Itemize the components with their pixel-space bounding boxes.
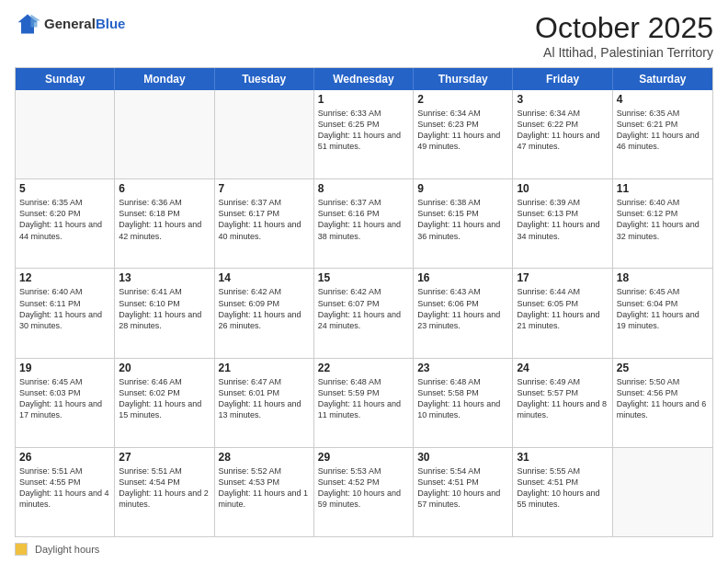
calendar-row-1: 1Sunrise: 6:33 AM Sunset: 6:25 PM Daylig…	[16, 90, 712, 178]
page: GeneralBlue October 2025 Al Ittihad, Pal…	[0, 0, 728, 563]
footer: Daylight hours	[15, 543, 713, 556]
day-info: Sunrise: 5:51 AM Sunset: 4:55 PM Dayligh…	[19, 465, 110, 511]
logo-text: GeneralBlue	[44, 17, 125, 32]
month-title: October 2025	[535, 11, 713, 45]
calendar-day-13: 13Sunrise: 6:41 AM Sunset: 6:10 PM Dayli…	[115, 269, 214, 357]
calendar-day-17: 17Sunrise: 6:44 AM Sunset: 6:05 PM Dayli…	[513, 269, 612, 357]
day-info: Sunrise: 6:42 AM Sunset: 6:09 PM Dayligh…	[219, 286, 310, 331]
day-header-thursday: Thursday	[414, 68, 513, 90]
calendar-day-18: 18Sunrise: 6:45 AM Sunset: 6:04 PM Dayli…	[613, 269, 712, 357]
calendar-day-26: 26Sunrise: 5:51 AM Sunset: 4:55 PM Dayli…	[16, 448, 115, 536]
calendar-day-28: 28Sunrise: 5:52 AM Sunset: 4:53 PM Dayli…	[215, 448, 314, 536]
location-title: Al Ittihad, Palestinian Territory	[535, 45, 713, 60]
day-info: Sunrise: 6:34 AM Sunset: 6:23 PM Dayligh…	[417, 108, 508, 153]
calendar-day-27: 27Sunrise: 5:51 AM Sunset: 4:54 PM Dayli…	[115, 448, 214, 536]
day-info: Sunrise: 6:47 AM Sunset: 6:01 PM Dayligh…	[219, 376, 310, 421]
day-number: 15	[318, 271, 409, 284]
day-info: Sunrise: 5:50 AM Sunset: 4:56 PM Dayligh…	[617, 376, 709, 421]
day-info: Sunrise: 6:45 AM Sunset: 6:04 PM Dayligh…	[617, 286, 709, 331]
calendar-day-21: 21Sunrise: 6:47 AM Sunset: 6:01 PM Dayli…	[215, 359, 314, 447]
svg-marker-1	[31, 15, 41, 28]
calendar-day-25: 25Sunrise: 5:50 AM Sunset: 4:56 PM Dayli…	[613, 359, 712, 447]
day-number: 9	[417, 182, 508, 195]
day-number: 29	[318, 451, 409, 464]
calendar-day-23: 23Sunrise: 6:48 AM Sunset: 5:58 PM Dayli…	[414, 359, 513, 447]
day-number: 16	[417, 271, 508, 284]
calendar-body: 1Sunrise: 6:33 AM Sunset: 6:25 PM Daylig…	[16, 90, 712, 536]
calendar-day-14: 14Sunrise: 6:42 AM Sunset: 6:09 PM Dayli…	[215, 269, 314, 357]
day-number: 31	[517, 451, 608, 464]
day-info: Sunrise: 6:35 AM Sunset: 6:20 PM Dayligh…	[19, 197, 110, 242]
day-number: 25	[617, 362, 709, 374]
calendar-day-7: 7Sunrise: 6:37 AM Sunset: 6:17 PM Daylig…	[215, 179, 314, 268]
day-number: 12	[19, 271, 110, 284]
logo-general: General	[44, 16, 96, 31]
day-info: Sunrise: 6:44 AM Sunset: 6:05 PM Dayligh…	[517, 286, 608, 331]
calendar-day-9: 9Sunrise: 6:38 AM Sunset: 6:15 PM Daylig…	[414, 179, 513, 268]
day-info: Sunrise: 5:55 AM Sunset: 4:51 PM Dayligh…	[517, 465, 608, 511]
calendar: SundayMondayTuesdayWednesdayThursdayFrid…	[15, 67, 713, 537]
day-info: Sunrise: 6:39 AM Sunset: 6:13 PM Dayligh…	[517, 197, 608, 242]
day-info: Sunrise: 6:48 AM Sunset: 5:59 PM Dayligh…	[318, 376, 409, 421]
day-number: 26	[19, 451, 110, 464]
calendar-header: SundayMondayTuesdayWednesdayThursdayFrid…	[16, 68, 712, 90]
day-number: 27	[119, 451, 210, 464]
day-number: 14	[219, 271, 310, 284]
day-info: Sunrise: 5:51 AM Sunset: 4:54 PM Dayligh…	[119, 465, 210, 511]
day-info: Sunrise: 6:38 AM Sunset: 6:15 PM Dayligh…	[417, 197, 508, 242]
day-number: 5	[19, 182, 110, 195]
calendar-day-29: 29Sunrise: 5:53 AM Sunset: 4:52 PM Dayli…	[314, 448, 414, 536]
day-info: Sunrise: 6:33 AM Sunset: 6:25 PM Dayligh…	[318, 108, 409, 153]
day-info: Sunrise: 6:35 AM Sunset: 6:21 PM Dayligh…	[617, 108, 709, 153]
day-number: 1	[318, 93, 409, 106]
day-header-tuesday: Tuesday	[215, 68, 314, 90]
day-number: 21	[219, 362, 310, 374]
day-number: 2	[417, 93, 508, 106]
day-number: 18	[617, 271, 709, 284]
calendar-empty-cell	[16, 90, 115, 178]
calendar-day-16: 16Sunrise: 6:43 AM Sunset: 6:06 PM Dayli…	[414, 269, 513, 357]
logo-icon	[15, 11, 40, 37]
day-number: 30	[417, 451, 508, 464]
calendar-day-2: 2Sunrise: 6:34 AM Sunset: 6:23 PM Daylig…	[414, 90, 513, 178]
calendar-day-1: 1Sunrise: 6:33 AM Sunset: 6:25 PM Daylig…	[314, 90, 414, 178]
calendar-day-6: 6Sunrise: 6:36 AM Sunset: 6:18 PM Daylig…	[115, 179, 214, 268]
calendar-day-15: 15Sunrise: 6:42 AM Sunset: 6:07 PM Dayli…	[314, 269, 414, 357]
day-header-sunday: Sunday	[16, 68, 115, 90]
calendar-empty-cell	[115, 90, 214, 178]
calendar-day-12: 12Sunrise: 6:40 AM Sunset: 6:11 PM Dayli…	[16, 269, 115, 357]
day-info: Sunrise: 6:34 AM Sunset: 6:22 PM Dayligh…	[517, 108, 608, 153]
calendar-day-31: 31Sunrise: 5:55 AM Sunset: 4:51 PM Dayli…	[513, 448, 612, 536]
day-info: Sunrise: 5:53 AM Sunset: 4:52 PM Dayligh…	[318, 465, 409, 511]
day-info: Sunrise: 6:45 AM Sunset: 6:03 PM Dayligh…	[19, 376, 110, 421]
day-number: 22	[318, 362, 409, 374]
day-info: Sunrise: 6:46 AM Sunset: 6:02 PM Dayligh…	[119, 376, 210, 421]
day-info: Sunrise: 6:49 AM Sunset: 5:57 PM Dayligh…	[517, 376, 608, 421]
day-info: Sunrise: 6:36 AM Sunset: 6:18 PM Dayligh…	[119, 197, 210, 242]
daylight-swatch	[15, 543, 28, 556]
calendar-day-11: 11Sunrise: 6:40 AM Sunset: 6:12 PM Dayli…	[613, 179, 712, 268]
day-number: 11	[617, 182, 709, 195]
calendar-day-4: 4Sunrise: 6:35 AM Sunset: 6:21 PM Daylig…	[613, 90, 712, 178]
title-block: October 2025 Al Ittihad, Palestinian Ter…	[535, 11, 713, 60]
calendar-day-20: 20Sunrise: 6:46 AM Sunset: 6:02 PM Dayli…	[115, 359, 214, 447]
header: GeneralBlue October 2025 Al Ittihad, Pal…	[15, 11, 713, 60]
calendar-empty-cell	[215, 90, 314, 178]
day-info: Sunrise: 6:40 AM Sunset: 6:12 PM Dayligh…	[617, 197, 709, 242]
calendar-day-22: 22Sunrise: 6:48 AM Sunset: 5:59 PM Dayli…	[314, 359, 414, 447]
day-number: 17	[517, 271, 608, 284]
day-info: Sunrise: 6:41 AM Sunset: 6:10 PM Dayligh…	[119, 286, 210, 331]
calendar-day-24: 24Sunrise: 6:49 AM Sunset: 5:57 PM Dayli…	[513, 359, 612, 447]
day-info: Sunrise: 5:52 AM Sunset: 4:53 PM Dayligh…	[219, 465, 310, 511]
day-number: 23	[417, 362, 508, 374]
day-header-friday: Friday	[513, 68, 612, 90]
calendar-row-4: 19Sunrise: 6:45 AM Sunset: 6:03 PM Dayli…	[16, 358, 712, 447]
calendar-empty-cell	[613, 448, 712, 536]
day-number: 28	[219, 451, 310, 464]
day-info: Sunrise: 6:37 AM Sunset: 6:17 PM Dayligh…	[219, 197, 310, 242]
day-header-wednesday: Wednesday	[314, 68, 414, 90]
day-number: 3	[517, 93, 608, 106]
day-info: Sunrise: 5:54 AM Sunset: 4:51 PM Dayligh…	[417, 465, 508, 511]
day-info: Sunrise: 6:37 AM Sunset: 6:16 PM Dayligh…	[318, 197, 409, 242]
day-number: 7	[219, 182, 310, 195]
